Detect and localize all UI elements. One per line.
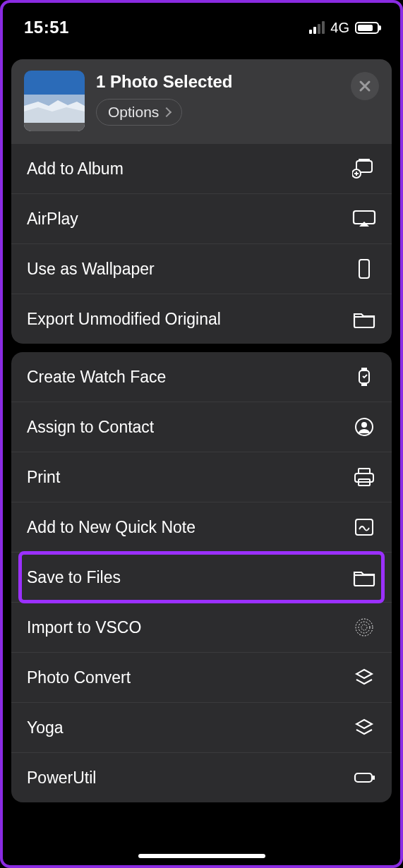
- cellular-signal-icon: [309, 21, 325, 34]
- action-powerutil[interactable]: PowerUtil: [11, 753, 392, 802]
- action-print[interactable]: Print: [11, 452, 392, 502]
- action-use-as-wallpaper[interactable]: Use as Wallpaper: [11, 244, 392, 294]
- home-indicator[interactable]: [138, 854, 265, 858]
- quick-note-icon: [352, 517, 376, 538]
- options-button[interactable]: Options: [96, 99, 182, 126]
- svg-rect-13: [355, 474, 373, 482]
- action-assign-to-contact[interactable]: Assign to Contact: [11, 402, 392, 452]
- svg-rect-4: [359, 159, 370, 161]
- network-label: 4G: [330, 20, 349, 36]
- svg-point-18: [359, 622, 370, 633]
- action-airplay[interactable]: AirPlay: [11, 194, 392, 244]
- battery-shortcut-icon: [352, 767, 376, 788]
- svg-point-19: [361, 625, 367, 630]
- action-export-unmodified[interactable]: Export Unmodified Original: [11, 294, 392, 344]
- printer-icon: [352, 466, 376, 488]
- svg-rect-7: [359, 260, 369, 278]
- svg-rect-20: [355, 773, 372, 782]
- svg-rect-9: [361, 368, 367, 370]
- contact-icon: [352, 416, 376, 438]
- options-label: Options: [108, 104, 159, 121]
- album-icon: [352, 158, 376, 179]
- svg-rect-21: [373, 776, 375, 780]
- svg-rect-2: [24, 123, 85, 131]
- close-icon: [359, 80, 371, 92]
- status-time: 15:51: [24, 18, 69, 37]
- status-right: 4G: [309, 20, 379, 36]
- stack-icon: [352, 717, 376, 738]
- edit-actions-link[interactable]: Edit Actions: [3, 802, 400, 816]
- stack-icon: [352, 667, 376, 688]
- action-group-2: Create Watch Face Assign to Contact Prin…: [11, 352, 392, 802]
- watch-icon: [352, 366, 376, 387]
- action-add-quick-note[interactable]: Add to New Quick Note: [11, 502, 392, 553]
- action-save-to-files[interactable]: Save to Files: [11, 553, 392, 603]
- action-yoga[interactable]: Yoga: [11, 703, 392, 753]
- status-bar: 15:51 4G: [3, 3, 400, 45]
- close-button[interactable]: [351, 72, 379, 100]
- phone-icon: [352, 258, 376, 279]
- folder-icon: [352, 567, 376, 588]
- share-sheet: 1 Photo Selected Options Add to Album: [11, 59, 392, 344]
- action-group-1: Add to Album AirPlay Use as Wallpaper: [11, 144, 392, 344]
- vsco-icon: [352, 617, 376, 638]
- action-create-watch-face[interactable]: Create Watch Face: [11, 352, 392, 402]
- airplay-icon: [352, 208, 376, 229]
- chevron-right-icon: [162, 107, 172, 117]
- sheet-title: 1 Photo Selected: [96, 72, 232, 92]
- action-import-vsco[interactable]: Import to VSCO: [11, 603, 392, 653]
- sheet-header: 1 Photo Selected Options: [11, 59, 392, 144]
- battery-icon: [355, 22, 379, 34]
- action-photo-convert[interactable]: Photo Convert: [11, 653, 392, 703]
- action-add-to-album[interactable]: Add to Album: [11, 144, 392, 194]
- folder-icon: [352, 308, 376, 330]
- photo-thumbnail[interactable]: [24, 71, 85, 131]
- svg-rect-10: [361, 383, 367, 386]
- svg-point-12: [361, 422, 367, 428]
- svg-rect-14: [359, 469, 370, 474]
